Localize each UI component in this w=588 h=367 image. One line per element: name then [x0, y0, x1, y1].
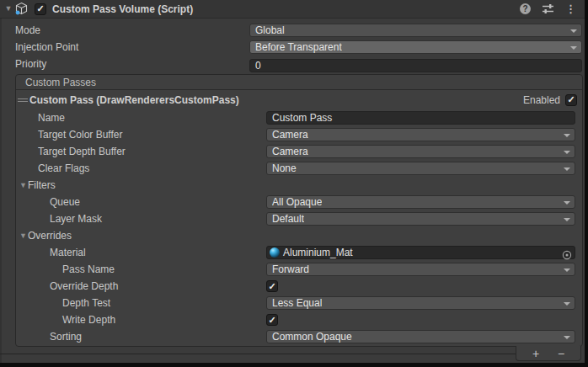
list-footer: + −	[516, 346, 581, 361]
pass-enabled-checkbox[interactable]: ✓	[565, 94, 577, 106]
object-picker-icon[interactable]	[562, 248, 572, 258]
dropdown-arrow-icon	[570, 29, 577, 33]
target-color-buffer-label: Target Color Buffer	[38, 129, 123, 141]
material-object-field[interactable]: Aluminium_Mat	[266, 246, 575, 259]
filters-label: Filters	[28, 179, 56, 191]
priority-label: Priority	[15, 58, 46, 70]
dropdown-arrow-icon	[564, 151, 570, 154]
dropdown-arrow-icon	[564, 218, 570, 221]
injection-point-dropdown[interactable]: Before Transparent	[249, 40, 582, 54]
write-depth-label: Write Depth	[62, 314, 115, 326]
queue-label: Queue	[50, 196, 80, 208]
dropdown-arrow-icon	[564, 134, 570, 137]
dropdown-arrow-icon	[564, 269, 570, 272]
dropdown-arrow-icon	[564, 201, 570, 205]
foldout-open-icon: ▼	[19, 182, 28, 189]
custom-pass-list-item-header[interactable]: Custom Pass (DrawRenderersCustomPass) En…	[16, 90, 582, 109]
dropdown-arrow-icon	[564, 302, 570, 306]
write-depth-checkbox[interactable]: ✓	[266, 314, 278, 326]
unity-inspector-panel: ▼ ✓ Custom Pass Volume (Script) ?	[0, 0, 588, 367]
write-depth-row: Write Depth ✓	[16, 311, 582, 328]
override-depth-checkbox[interactable]: ✓	[266, 280, 278, 292]
material-sphere-icon	[270, 247, 280, 258]
component-enabled-checkbox[interactable]: ✓	[35, 3, 46, 15]
component-header[interactable]: ▼ ✓ Custom Pass Volume (Script) ?	[0, 0, 585, 19]
component-foldout-icon[interactable]: ▼	[3, 5, 13, 13]
target-color-buffer-dropdown[interactable]: Camera	[266, 128, 575, 141]
dropdown-arrow-icon	[564, 336, 570, 339]
name-input[interactable]	[266, 111, 575, 125]
script-cube-icon	[14, 2, 29, 16]
checkmark-icon: ✓	[567, 95, 575, 104]
filters-foldout[interactable]: ▼ Filters	[16, 177, 582, 194]
material-row: Material Aluminium_Mat	[16, 244, 582, 261]
clear-flags-dropdown[interactable]: None	[266, 162, 575, 175]
queue-dropdown[interactable]: All Opaque	[266, 195, 575, 209]
sorting-label: Sorting	[50, 331, 82, 343]
component-title: Custom Pass Volume (Script)	[52, 3, 193, 15]
target-depth-buffer-row: Target Depth Buffer Camera	[16, 143, 582, 160]
foldout-open-icon: ▼	[19, 232, 28, 240]
queue-row: Queue All Opaque	[16, 194, 582, 210]
depth-test-dropdown[interactable]: Less Equal	[266, 296, 575, 310]
overrides-foldout[interactable]: ▼ Overrides	[16, 227, 582, 244]
overrides-label: Overrides	[28, 230, 72, 242]
name-label: Name	[38, 112, 65, 124]
custom-passes-title: Custom Passes	[25, 77, 96, 88]
pass-name-dropdown[interactable]: Forward	[266, 263, 575, 276]
drag-handle-icon[interactable]	[18, 98, 28, 102]
injection-point-label: Injection Point	[15, 41, 78, 53]
dropdown-arrow-icon	[570, 46, 577, 50]
priority-input[interactable]	[249, 59, 582, 72]
depth-test-label: Depth Test	[62, 297, 110, 309]
override-depth-label: Override Depth	[50, 280, 118, 292]
dropdown-arrow-icon	[564, 168, 570, 171]
sorting-row: Sorting Common Opaque	[16, 328, 582, 345]
material-label: Material	[50, 247, 86, 258]
target-depth-buffer-dropdown[interactable]: Camera	[266, 145, 575, 158]
custom-passes-box: Custom Passes Custom Pass (DrawRenderers…	[15, 74, 583, 347]
add-pass-button[interactable]: +	[525, 347, 547, 360]
layer-mask-dropdown[interactable]: Default	[266, 212, 575, 226]
layer-mask-row: Layer Mask Default	[16, 210, 582, 227]
pass-name-label: Pass Name	[62, 263, 115, 275]
custom-pass-volume-component: ▼ ✓ Custom Pass Volume (Script) ?	[0, 0, 585, 363]
component-separator	[0, 354, 581, 354]
clear-flags-label: Clear Flags	[38, 162, 89, 174]
target-color-buffer-row: Target Color Buffer Camera	[16, 126, 582, 143]
checkmark-icon: ✓	[268, 282, 275, 291]
layer-mask-label: Layer Mask	[50, 213, 102, 225]
name-row: Name	[16, 109, 582, 126]
checkmark-icon: ✓	[268, 316, 275, 325]
override-depth-row: Override Depth ✓	[16, 278, 582, 295]
mode-dropdown[interactable]: Global	[249, 24, 582, 37]
presets-icon[interactable]	[542, 3, 554, 14]
remove-pass-button[interactable]: −	[550, 347, 572, 360]
depth-test-row: Depth Test Less Equal	[16, 295, 582, 311]
clear-flags-row: Clear Flags None	[16, 160, 582, 177]
help-icon[interactable]: ?	[520, 3, 531, 14]
checkmark-icon: ✓	[36, 4, 44, 13]
custom-pass-item-title: Custom Pass (DrawRenderersCustomPass)	[29, 94, 239, 106]
sorting-dropdown[interactable]: Common Opaque	[266, 330, 575, 343]
custom-passes-header: Custom Passes	[16, 75, 582, 90]
kebab-menu-icon[interactable]: ⋮	[565, 3, 576, 15]
pass-name-row: Pass Name Forward	[16, 261, 582, 278]
mode-label: Mode	[15, 24, 40, 36]
target-depth-buffer-label: Target Depth Buffer	[38, 146, 126, 157]
enabled-label: Enabled	[523, 94, 560, 106]
